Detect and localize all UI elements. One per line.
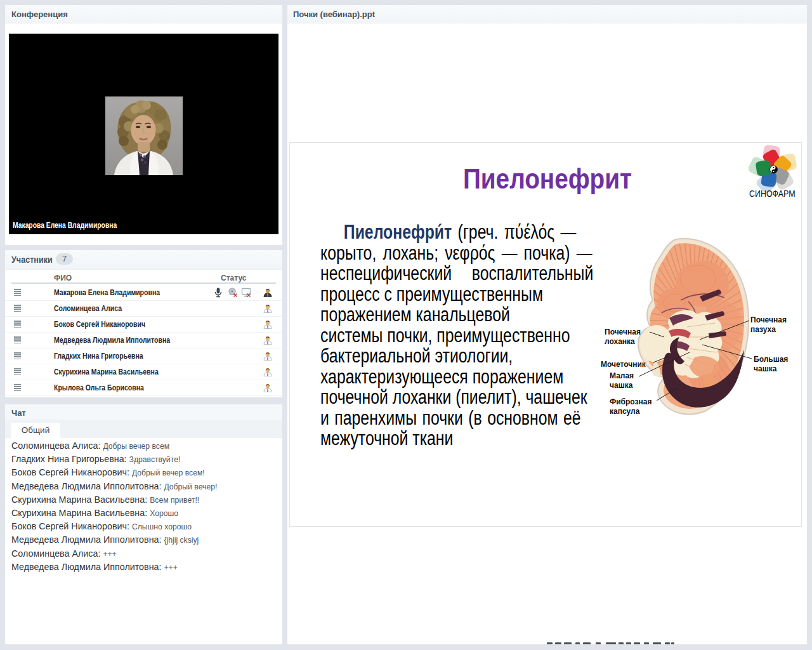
svg-text:Мочеточник: Мочеточник (601, 360, 646, 369)
svg-text:Почечная: Почечная (750, 315, 787, 324)
svg-text:чашка: чашка (754, 364, 777, 373)
svg-text:лоханка: лоханка (605, 337, 635, 346)
svg-text:Почечная: Почечная (605, 328, 641, 336)
svg-text:Большая: Большая (754, 355, 788, 364)
svg-text:Малая: Малая (610, 371, 634, 380)
svg-text:Фиброзная: Фиброзная (610, 397, 652, 406)
svg-text:пазуха: пазуха (750, 325, 776, 334)
svg-text:капсула: капсула (610, 407, 640, 416)
svg-text:чашка: чашка (610, 381, 633, 390)
